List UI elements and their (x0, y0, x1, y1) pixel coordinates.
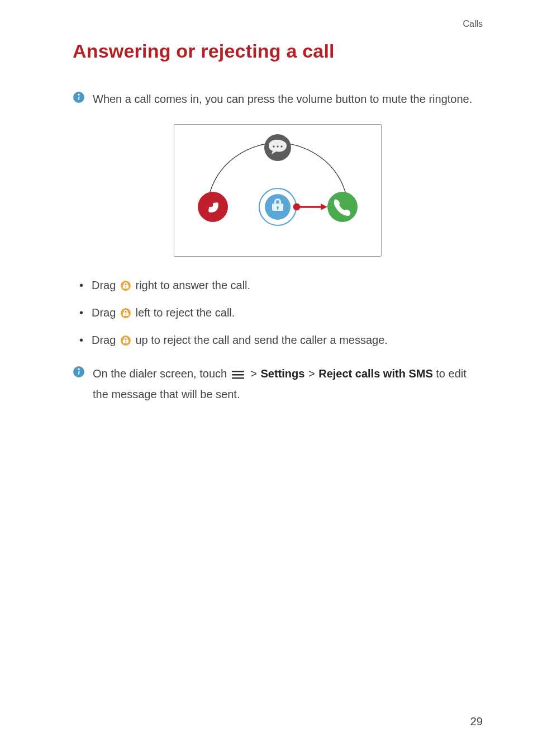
page-title: Answering or rejecting a call (73, 40, 483, 62)
svg-point-1 (78, 94, 79, 96)
tip-block-1: When a call comes in, you can press the … (73, 90, 483, 108)
action-answer-post: right to answer the call. (135, 279, 250, 291)
svg-rect-16 (125, 287, 126, 288)
running-head: Calls (73, 19, 483, 29)
page-number: 29 (470, 715, 483, 728)
call-diagram-svg (174, 125, 381, 256)
menu-icon (231, 367, 245, 385)
settings-label: Settings (261, 367, 305, 380)
action-reject-post: left to reject the call. (135, 306, 235, 319)
svg-point-7 (327, 192, 358, 222)
svg-point-5 (280, 145, 282, 147)
action-reject-sms-pre: Drag (92, 334, 119, 346)
lock-icon (120, 306, 131, 324)
gt-1: > (250, 367, 257, 380)
action-reject-pre: Drag (92, 306, 119, 319)
svg-rect-11 (277, 207, 278, 210)
gt-2: > (308, 367, 315, 380)
svg-point-24 (78, 368, 79, 370)
actions-list: Drag right to answer the call. Drag (73, 277, 483, 351)
svg-point-12 (293, 204, 301, 211)
svg-rect-22 (125, 342, 126, 343)
tip-text-2: On the dialer screen, touch > Settings >… (93, 365, 483, 404)
svg-rect-25 (232, 371, 244, 372)
info-icon (73, 91, 85, 106)
lock-icon (120, 334, 131, 351)
action-answer: Drag right to answer the call. (78, 277, 483, 296)
info-icon (73, 366, 85, 380)
svg-point-3 (273, 145, 274, 147)
incoming-call-figure (174, 124, 382, 257)
action-reject-sms-post: up to reject the call and send the calle… (135, 334, 387, 346)
svg-point-4 (277, 145, 278, 147)
action-reject-sms: Drag up to reject the call and send the … (78, 332, 483, 351)
svg-rect-19 (125, 314, 126, 315)
reject-sms-label: Reject calls with SMS (318, 367, 433, 380)
page: Calls Answering or rejecting a call When… (0, 0, 533, 756)
tip-block-2: On the dialer screen, touch > Settings >… (73, 365, 483, 404)
svg-rect-26 (232, 374, 244, 376)
tip-text-1: When a call comes in, you can press the … (93, 90, 472, 108)
svg-rect-27 (232, 377, 244, 379)
action-answer-pre: Drag (92, 279, 119, 291)
action-reject: Drag left to reject the call. (78, 304, 483, 324)
lock-icon (120, 279, 131, 296)
tip2-pre: On the dialer screen, touch (93, 367, 230, 380)
